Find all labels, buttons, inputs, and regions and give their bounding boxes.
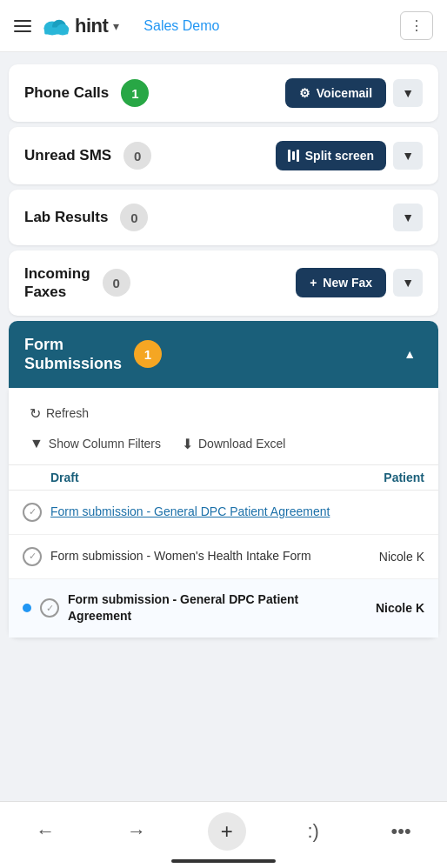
row-unread-dot <box>23 604 31 612</box>
form-submissions-collapse-button[interactable]: ▲ <box>397 340 423 368</box>
new-fax-button[interactable]: + New Fax <box>296 268 386 297</box>
incoming-faxes-chevron-button[interactable]: ▼ <box>393 269 423 297</box>
download-excel-button[interactable]: ⬇ Download Excel <box>175 432 292 456</box>
unread-sms-card: Unread SMS 0 Split screen ▼ <box>9 127 438 184</box>
account-name: Sales Demo <box>143 18 219 34</box>
toolbar-refresh-row: ↻ Refresh <box>9 398 438 432</box>
incoming-faxes-badge: 0 <box>103 269 130 297</box>
split-screen-icon <box>288 150 299 162</box>
add-button[interactable]: + <box>208 812 246 851</box>
incoming-faxes-title: Incoming Faxes <box>24 264 90 302</box>
row-patient: Nicole K <box>355 550 424 564</box>
table-row[interactable]: Form submission - General DPC Patient Ag… <box>9 579 438 638</box>
lab-results-card: Lab Results 0 ▼ <box>9 190 438 245</box>
hint-logo-icon <box>42 16 70 37</box>
toolbar-filter-download-row: ▼ Show Column Filters ⬇ Download Excel <box>9 432 438 464</box>
phone-calls-chevron-button[interactable]: ▼ <box>393 79 423 107</box>
home-indicator <box>171 859 276 863</box>
phone-calls-badge: 1 <box>121 79 149 107</box>
row-check-icon <box>23 547 42 566</box>
more-options-button[interactable]: ⋮ <box>400 11 433 40</box>
incoming-faxes-card: Incoming Faxes 0 + New Fax ▼ <box>9 250 438 316</box>
phone-calls-left: Phone Calls 1 <box>24 79 149 107</box>
lab-results-badge: 0 <box>120 204 148 231</box>
phone-calls-right: ⚙ Voicemail ▼ <box>285 78 423 108</box>
bottom-nav: ← → + :) ••• <box>0 801 447 868</box>
voicemail-label: Voicemail <box>317 86 372 100</box>
filter-icon: ▼ <box>30 436 43 451</box>
unread-sms-title: Unread SMS <box>24 147 111 164</box>
plus-icon: + <box>310 276 317 290</box>
table-header: Draft Patient <box>9 464 438 491</box>
logo-area: hint ▾ <box>42 15 119 37</box>
row-patient-bold: Nicole K <box>355 601 424 615</box>
header-left: hint ▾ Sales Demo <box>14 15 219 37</box>
unread-sms-right: Split screen ▼ <box>276 141 423 170</box>
incoming-faxes-right: + New Fax ▼ <box>296 268 423 297</box>
refresh-button[interactable]: ↻ Refresh <box>23 402 96 425</box>
form-submissions-header[interactable]: Form Submissions 1 ▲ <box>9 321 438 388</box>
lab-results-right: ▼ <box>393 204 423 231</box>
form-submissions-body: ↻ Refresh ▼ Show Column Filters ⬇ Downlo… <box>9 388 438 638</box>
gear-icon: ⚙ <box>299 86 310 100</box>
col-draft-header: Draft <box>23 471 337 484</box>
table-row[interactable]: Form submission - General DPC Patient Ag… <box>9 491 438 535</box>
row-check-icon <box>40 598 59 618</box>
refresh-label: Refresh <box>46 406 89 420</box>
download-icon: ⬇ <box>182 436 193 452</box>
unread-sms-chevron-button[interactable]: ▼ <box>393 142 423 170</box>
row-content: Form submission - General DPC Patient Ag… <box>50 504 346 521</box>
form-submissions-badge: 1 <box>134 340 162 368</box>
lab-results-chevron-button[interactable]: ▼ <box>393 204 423 231</box>
split-screen-label: Split screen <box>305 149 374 163</box>
incoming-faxes-left: Incoming Faxes 0 <box>24 264 130 302</box>
header: hint ▾ Sales Demo ⋮ <box>0 0 447 52</box>
home-button[interactable]: :) <box>297 817 329 846</box>
back-button[interactable]: ← <box>25 817 65 846</box>
row-draft-text-bold: Form submission - General DPC Patient Ag… <box>68 592 298 624</box>
row-content: Form submission - General DPC Patient Ag… <box>68 591 346 625</box>
more-nav-button[interactable]: ••• <box>381 817 422 846</box>
voicemail-button[interactable]: ⚙ Voicemail <box>285 78 386 108</box>
table-row[interactable]: Form submission - Women's Health Intake … <box>9 535 438 579</box>
phone-calls-title: Phone Calls <box>24 84 109 102</box>
col-patient-header: Patient <box>337 471 424 484</box>
phone-calls-card: Phone Calls 1 ⚙ Voicemail ▼ <box>9 64 438 122</box>
row-draft-text: Form submission - Women's Health Intake … <box>50 549 311 563</box>
unread-sms-left: Unread SMS 0 <box>24 142 151 170</box>
form-submissions-left: Form Submissions 1 <box>24 335 162 374</box>
split-screen-button[interactable]: Split screen <box>276 141 386 170</box>
show-column-filters-button[interactable]: ▼ Show Column Filters <box>23 432 168 455</box>
form-submissions-title: Form Submissions <box>24 335 122 374</box>
refresh-icon: ↻ <box>30 405 41 422</box>
lab-results-left: Lab Results 0 <box>24 204 148 231</box>
row-content: Form submission - Women's Health Intake … <box>50 548 346 565</box>
lab-results-title: Lab Results <box>24 209 108 226</box>
unread-sms-badge: 0 <box>123 142 151 170</box>
logo-chevron-icon[interactable]: ▾ <box>113 19 119 33</box>
filter-label: Show Column Filters <box>49 437 161 451</box>
cards-container: Phone Calls 1 ⚙ Voicemail ▼ Unread SMS 0 <box>0 52 447 650</box>
row-draft-link[interactable]: Form submission - General DPC Patient Ag… <box>50 504 330 518</box>
download-label: Download Excel <box>198 437 285 451</box>
svg-rect-3 <box>44 27 68 34</box>
row-check-icon <box>23 503 42 522</box>
new-fax-label: New Fax <box>323 276 372 290</box>
forward-button[interactable]: → <box>117 817 157 846</box>
menu-icon[interactable] <box>14 20 31 32</box>
logo-text: hint <box>75 15 108 37</box>
